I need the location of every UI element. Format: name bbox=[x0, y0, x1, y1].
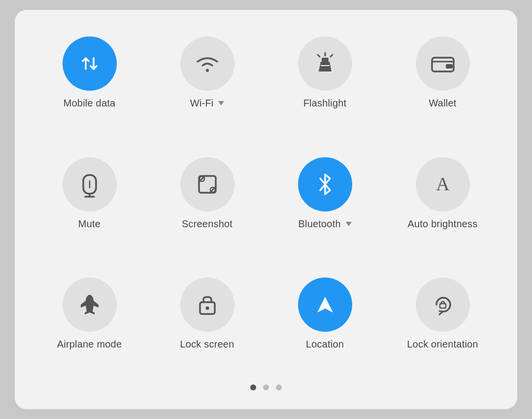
dot-1[interactable] bbox=[250, 384, 256, 390]
screenshot-tile[interactable]: Screenshot bbox=[148, 148, 266, 264]
airplane-mode-tile[interactable]: Airplane mode bbox=[31, 269, 148, 384]
wifi-circle bbox=[180, 36, 234, 91]
flashlight-tile[interactable]: Flashlight bbox=[266, 28, 384, 143]
bluetooth-caret bbox=[346, 222, 352, 226]
bluetooth-tile[interactable]: Bluetooth bbox=[266, 148, 384, 264]
wallet-icon bbox=[429, 53, 457, 74]
wifi-label: Wi-Fi bbox=[190, 98, 224, 109]
lock-orientation-circle bbox=[416, 278, 470, 332]
mobile-data-icon bbox=[78, 50, 101, 77]
mobile-data-circle bbox=[63, 36, 117, 91]
airplane-mode-label: Airplane mode bbox=[57, 339, 122, 350]
screenshot-label: Screenshot bbox=[182, 218, 233, 230]
pagination-dots bbox=[250, 384, 282, 395]
svg-text:A: A bbox=[436, 174, 450, 194]
flashlight-circle bbox=[298, 36, 352, 91]
svg-rect-4 bbox=[322, 58, 329, 62]
dot-3[interactable] bbox=[276, 384, 282, 390]
wifi-caret bbox=[218, 101, 224, 105]
auto-brightness-circle: A bbox=[416, 157, 470, 211]
mute-label: Mute bbox=[78, 218, 100, 230]
airplane-mode-circle bbox=[63, 278, 117, 332]
location-circle bbox=[298, 278, 352, 332]
lock-orientation-icon bbox=[430, 291, 456, 318]
mobile-data-label: Mobile data bbox=[64, 98, 116, 109]
auto-brightness-tile[interactable]: A Auto brightness bbox=[384, 148, 501, 264]
mute-circle bbox=[63, 157, 117, 211]
bluetooth-icon bbox=[315, 171, 335, 198]
wallet-tile[interactable]: Wallet bbox=[384, 28, 501, 143]
svg-rect-19 bbox=[440, 304, 446, 308]
svg-point-0 bbox=[206, 69, 209, 72]
lock-orientation-label: Lock orientation bbox=[407, 339, 478, 350]
lock-orientation-tile[interactable]: Lock orientation bbox=[384, 269, 501, 384]
svg-rect-7 bbox=[446, 64, 453, 69]
lock-screen-icon bbox=[196, 291, 219, 318]
auto-brightness-icon: A bbox=[430, 172, 456, 197]
wifi-tile[interactable]: Wi-Fi bbox=[148, 28, 266, 143]
dot-2[interactable] bbox=[263, 384, 269, 390]
quick-settings-panel: Mobile data Wi-Fi bbox=[15, 10, 517, 409]
wallet-label: Wallet bbox=[429, 98, 456, 109]
flashlight-label: Flashlight bbox=[303, 98, 347, 109]
wallet-circle bbox=[416, 36, 470, 91]
bluetooth-label: Bluetooth bbox=[298, 218, 351, 230]
bluetooth-circle bbox=[298, 157, 352, 211]
mobile-data-tile[interactable]: Mobile data bbox=[31, 28, 148, 143]
location-tile[interactable]: Location bbox=[266, 269, 384, 384]
location-label: Location bbox=[306, 339, 344, 350]
tiles-grid: Mobile data Wi-Fi bbox=[31, 28, 501, 384]
location-icon bbox=[312, 292, 338, 317]
svg-line-2 bbox=[318, 55, 320, 57]
screenshot-icon bbox=[194, 171, 221, 198]
svg-line-3 bbox=[331, 55, 332, 57]
airplane-icon bbox=[77, 292, 102, 317]
mute-icon bbox=[78, 171, 101, 198]
lock-screen-tile[interactable]: Lock screen bbox=[148, 269, 266, 384]
auto-brightness-label: Auto brightness bbox=[408, 218, 478, 230]
mute-tile[interactable]: Mute bbox=[31, 148, 148, 264]
flashlight-icon bbox=[314, 51, 336, 76]
screenshot-circle bbox=[180, 157, 234, 211]
lock-screen-circle bbox=[180, 278, 234, 332]
wifi-icon bbox=[194, 52, 221, 75]
svg-point-18 bbox=[205, 307, 209, 310]
lock-screen-label: Lock screen bbox=[180, 339, 234, 350]
